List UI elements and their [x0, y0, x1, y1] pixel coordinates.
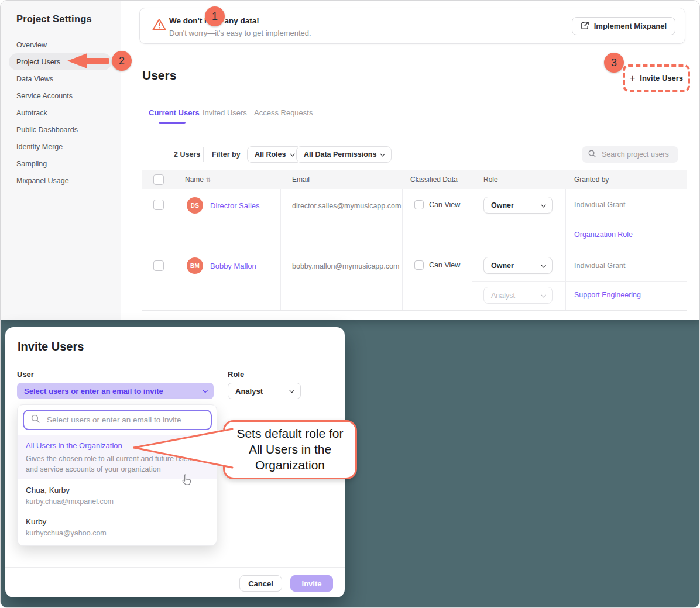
search-project-users[interactable] — [582, 146, 678, 163]
toolbar-separator — [203, 147, 204, 162]
user-email: director.salles@mymusicapp.com — [292, 202, 401, 210]
grant-divider — [565, 222, 687, 222]
filter-by-label: Filter by — [212, 150, 241, 159]
chevron-down-icon — [541, 202, 545, 207]
annotation-step-3: 3 — [604, 53, 624, 73]
column-header-role: Role — [483, 176, 498, 184]
support-engineering-link[interactable]: Support Engineering — [574, 291, 641, 299]
table-header-row: Name⇅ Email Classified Data Role Granted… — [142, 170, 687, 189]
chevron-down-icon — [541, 293, 545, 297]
search-icon — [588, 149, 596, 160]
option-all-users-in-organization[interactable]: All Users in the Organization Gives the … — [18, 435, 217, 479]
modal-footer-divider — [5, 567, 345, 568]
column-header-email: Email — [292, 176, 310, 184]
modal-title: Invite Users — [18, 340, 84, 353]
avatar: BM — [187, 257, 203, 274]
roles-filter-dropdown[interactable]: All Roles — [247, 146, 301, 163]
role-select-disabled: Analyst — [483, 287, 553, 304]
warning-icon — [152, 18, 166, 33]
sidebar-item-data-views[interactable]: Data Views — [9, 70, 114, 87]
sidebar-item-sampling[interactable]: Sampling — [9, 155, 114, 172]
users-table: Name⇅ Email Classified Data Role Granted… — [142, 170, 687, 311]
grant-divider — [472, 281, 687, 282]
granted-by-value: Individual Grant — [574, 201, 626, 209]
banner-subtitle: Don't worry—it's easy to get implemented… — [169, 29, 311, 37]
sidebar-item-service-accounts[interactable]: Service Accounts — [9, 87, 114, 104]
can-view-checkbox[interactable]: Can View — [414, 200, 460, 209]
user-search-input[interactable] — [46, 415, 204, 425]
annotation-arrow-left — [66, 52, 112, 70]
sidebar-item-autotrack[interactable]: Autotrack — [9, 104, 114, 121]
plus-icon: + — [630, 74, 635, 83]
screenshot-canvas: Project Settings Overview Project Users … — [0, 0, 700, 608]
column-header-granted-by: Granted by — [574, 176, 609, 184]
table-row-bobby-mallon: BM Bobby Mallon bobby.mallon@mymusicapp.… — [142, 249, 687, 311]
search-icon — [30, 414, 40, 426]
cancel-button[interactable]: Cancel — [239, 575, 282, 592]
invite-users-annotation-box: + Invite Users — [623, 64, 690, 92]
chevron-down-icon — [290, 152, 294, 156]
avatar: DS — [187, 197, 203, 214]
sidebar-title: Project Settings — [16, 13, 92, 25]
implement-mixpanel-button[interactable]: Implement Mixpanel — [572, 17, 675, 35]
user-name-link[interactable]: Bobby Mallon — [210, 262, 256, 270]
user-name-link[interactable]: Director Salles — [210, 201, 260, 210]
sort-icon: ⇅ — [206, 177, 211, 183]
tab-current-users[interactable]: Current Users — [149, 108, 200, 117]
role-select-dropdown[interactable]: Analyst — [228, 383, 301, 399]
chevron-down-icon — [289, 388, 294, 393]
user-search-box[interactable] — [23, 410, 212, 430]
tab-invited-users[interactable]: Invited Users — [203, 108, 247, 117]
user-email: bobby.mallon@mymusicapp.com — [292, 262, 399, 270]
project-settings-page: Project Settings Overview Project Users … — [1, 1, 700, 320]
sidebar-item-identity-merge[interactable]: Identity Merge — [9, 138, 114, 155]
user-label: User — [17, 370, 34, 379]
role-label: Role — [228, 370, 244, 379]
row-checkbox[interactable] — [153, 200, 164, 212]
annotation-step-1: 1 — [205, 6, 225, 26]
permissions-filter-dropdown[interactable]: All Data Permissions — [296, 146, 392, 163]
settings-sidebar: Project Settings Overview Project Users … — [1, 1, 121, 320]
role-select[interactable]: Owner — [483, 257, 553, 274]
chevron-down-icon — [380, 152, 385, 156]
can-view-checkbox[interactable]: Can View — [414, 260, 460, 270]
tab-access-requests[interactable]: Access Requests — [254, 108, 313, 117]
invite-users-button[interactable]: Invite Users — [640, 74, 683, 83]
page-title: Users — [142, 68, 176, 83]
external-link-icon — [581, 21, 589, 32]
table-row-director-salles: DS Director Salles director.salles@mymus… — [142, 189, 687, 249]
user-count: 2 Users — [174, 150, 200, 159]
select-all-checkbox[interactable] — [153, 174, 164, 187]
hand-cursor-icon — [180, 473, 193, 487]
organization-role-link[interactable]: Organization Role — [574, 231, 633, 239]
sidebar-item-public-dashboards[interactable]: Public Dashboards — [9, 121, 114, 138]
option-chua-kurby[interactable]: Chua, Kurby kurby.chua@mixpanel.com — [26, 486, 114, 506]
option-kurby[interactable]: Kurby kurbycchua@yahoo.com — [26, 517, 107, 537]
role-select[interactable]: Owner — [483, 197, 553, 214]
search-input[interactable] — [601, 150, 671, 159]
chevron-down-icon — [203, 388, 207, 393]
sidebar-item-mixpanel-usage[interactable]: Mixpanel Usage — [9, 172, 114, 189]
annotation-step-2: 2 — [112, 51, 132, 71]
sidebar-item-overview[interactable]: Overview — [9, 36, 114, 53]
user-select-dropdown[interactable]: Select users or enter an email to invite — [17, 383, 214, 399]
active-tab-underline — [159, 122, 186, 124]
column-header-name[interactable]: Name⇅ — [185, 176, 211, 184]
row-checkbox[interactable] — [153, 260, 164, 273]
callout-bubble: Sets default role for All Users in the O… — [223, 420, 357, 479]
tab-divider — [142, 125, 687, 125]
granted-by-value: Individual Grant — [574, 262, 626, 270]
column-header-classified-data: Classified Data — [410, 176, 458, 184]
invite-button[interactable]: Invite — [290, 575, 333, 592]
chevron-down-icon — [541, 263, 545, 267]
